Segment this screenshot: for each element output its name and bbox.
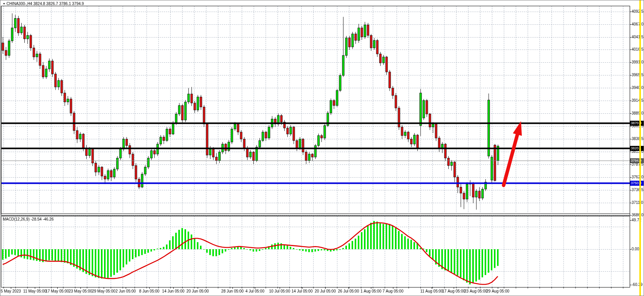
symbol-period-label: CHINA300-,H4	[7, 2, 32, 6]
price-tag-current-bid: 3794.9	[630, 158, 644, 163]
chevron-down-icon[interactable]: ▼	[3, 2, 5, 5]
price-tag-resistance-3870[interactable]: 3870.0	[630, 121, 644, 126]
price-chart-canvas[interactable]	[0, 0, 644, 296]
macd-indicator-label: MACD(12,26,9) -28.54 -46.26	[3, 217, 54, 221]
price-tag-blue-3750[interactable]: 3750.0	[630, 181, 644, 186]
ohlc-values-label: 3824.8 3826.7 3786.1 3794.9	[33, 2, 84, 6]
yellow-highlight-strip	[639, 0, 641, 296]
chart-window: ▼ CHINA300-,H4 3824.8 3826.7 3786.1 3794…	[0, 0, 644, 296]
symbol-title: ▼ CHINA300-,H4 3824.8 3826.7 3786.1 3794…	[3, 2, 84, 6]
price-tag-support-3820[interactable]: 3820.1	[630, 146, 644, 151]
